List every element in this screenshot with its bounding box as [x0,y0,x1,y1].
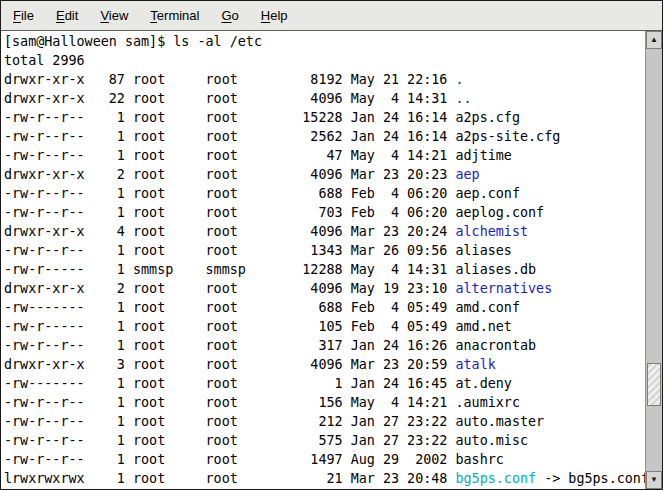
dir-name: alternatives [455,281,552,296]
down-arrow-icon: ▼ [650,476,658,484]
file-name: a2ps.cfg [455,110,520,125]
file-name: at.deny [455,376,511,391]
terminal-line: -rw------- 1 root root 1 Jan 24 16:45 at… [4,374,645,393]
file-attributes: -rw-r--r-- 1 root root 47 May 4 14:21 [4,148,455,163]
dir-name: .. [455,91,471,106]
file-attributes: -rw-r--r-- 1 root root 688 Feb 4 06:20 [4,186,455,201]
up-arrow-icon: ▲ [650,36,658,44]
file-attributes: -rw-r--r-- 1 root root 575 Jan 27 23:22 [4,433,455,448]
terminal-line: -rw-r--r-- 1 root root 1343 Mar 26 09:56… [4,241,645,260]
terminal-line: drwxr-xr-x 2 root root 4096 May 19 23:10… [4,279,645,298]
terminal-line: -rw-r--r-- 1 root root 47 May 4 14:21 ad… [4,146,645,165]
scroll-down-button[interactable]: ▼ [646,471,662,489]
file-attributes: -rw-r--r-- 1 root root 703 Feb 4 06:20 [4,205,455,220]
terminal-line: -rw------- 1 root root 688 Feb 4 05:49 a… [4,298,645,317]
terminal-line: lrwxrwxrwx 1 root root 21 Mar 23 20:48 b… [4,469,645,488]
file-attributes: -rw-r--r-- 1 root root 212 Jan 27 23:22 [4,414,455,429]
terminal-line: drwxr-xr-x 2 root root 4096 Mar 23 20:23… [4,165,645,184]
file-name: amd.net [455,319,511,334]
dir-name: . [455,72,463,87]
terminal-line: -rw-r--r-- 1 root root 2562 Jan 24 16:14… [4,127,645,146]
file-attributes: -rw-r--r-- 1 root root 2562 Jan 24 16:14 [4,129,455,144]
file-attributes: drwxr-xr-x 87 root root 8192 May 21 22:1… [4,72,455,87]
file-attributes: -rw-r----- 1 smmsp smmsp 12288 May 4 14:… [4,262,455,277]
terminal-screen[interactable]: [sam@Halloween sam]$ ls -al /etctotal 29… [1,31,645,489]
file-attributes: -rw-r----- 1 root root 105 Feb 4 05:49 [4,319,455,334]
menu-file[interactable]: File [2,2,45,30]
terminal-line: -rw-r--r-- 1 root root 212 Jan 27 23:22 … [4,412,645,431]
file-name: bashrc [455,452,503,467]
file-name: anacrontab [455,338,536,353]
file-attributes: -rw-r--r-- 1 root root 1497 Aug 29 2002 [4,452,455,467]
file-name: auto.misc [455,433,528,448]
file-name: .aumixrc [455,395,520,410]
menu-go[interactable]: Go [210,2,249,30]
terminal-line: -rw-r--r-- 1 root root 317 Jan 24 16:26 … [4,336,645,355]
file-attributes: drwxr-xr-x 2 root root 4096 May 19 23:10 [4,281,455,296]
file-attributes: drwxr-xr-x 22 root root 4096 May 4 14:31 [4,91,455,106]
scrollbar[interactable]: ▲ ▼ [645,31,662,489]
menu-edit[interactable]: Edit [45,2,89,30]
file-attributes: -rw------- 1 root root 1 Jan 24 16:45 [4,376,455,391]
terminal-line: -rw-r--r-- 1 root root 575 Jan 27 23:22 … [4,431,645,450]
file-attributes: drwxr-xr-x 2 root root 4096 Mar 23 20:23 [4,167,455,182]
terminal-line: [sam@Halloween sam]$ ls -al /etc [4,32,645,51]
terminal-line: drwxr-xr-x 87 root root 8192 May 21 22:1… [4,70,645,89]
file-name: aliases.db [455,262,536,277]
menu-terminal[interactable]: Terminal [139,2,210,30]
file-attributes: lrwxrwxrwx 1 root root 21 Mar 23 20:48 [4,471,455,486]
terminal-line: -rw-r--r-- 1 root root 1497 Aug 29 2002 … [4,450,645,469]
dir-name: alchemist [455,224,528,239]
terminal-window: FileEditViewTerminalGoHelp [sam@Hallowee… [0,0,663,490]
file-attributes: drwxr-xr-x 3 root root 4096 Mar 23 20:59 [4,357,455,372]
file-name: a2ps-site.cfg [455,129,560,144]
terminal-main-area: [sam@Halloween sam]$ ls -al /etctotal 29… [1,31,662,489]
file-name: aliases [455,243,511,258]
terminal-line: -rw-r----- 1 root root 105 Feb 4 05:49 a… [4,317,645,336]
file-attributes: -rw-r--r-- 1 root root 1343 Mar 26 09:56 [4,243,455,258]
file-attributes: -rw-r--r-- 1 root root 15228 Jan 24 16:1… [4,110,455,125]
file-attributes: -rw-r--r-- 1 root root 317 Jan 24 16:26 [4,338,455,353]
symlink-target: -> bg5ps.conf [536,471,645,486]
scroll-up-button[interactable]: ▲ [646,31,662,49]
scrollbar-thumb[interactable] [647,363,661,406]
menu-bar: FileEditViewTerminalGoHelp [1,1,662,31]
terminal-line: -rw-r--r-- 1 root root 15228 Jan 24 16:1… [4,108,645,127]
menu-help[interactable]: Help [250,2,299,30]
file-attributes: -rw------- 1 root root 688 Feb 4 05:49 [4,300,455,315]
terminal-line: drwxr-xr-x 22 root root 4096 May 4 14:31… [4,89,645,108]
file-name: aeplog.conf [455,205,544,220]
terminal-line: -rw-r----- 1 smmsp smmsp 12288 May 4 14:… [4,260,645,279]
terminal-line: -rw-r--r-- 1 root root 156 May 4 14:21 .… [4,393,645,412]
file-attributes: -rw-r--r-- 1 root root 156 May 4 14:21 [4,395,455,410]
terminal-line: drwxr-xr-x 3 root root 4096 Mar 23 20:59… [4,355,645,374]
terminal-line: -rw-r--r-- 1 root root 703 Feb 4 06:20 a… [4,203,645,222]
file-attributes: drwxr-xr-x 4 root root 4096 Mar 23 20:24 [4,224,455,239]
terminal-line: total 2996 [4,51,645,70]
dir-name: atalk [455,357,495,372]
file-name: aep.conf [455,186,520,201]
symlink-name: bg5ps.conf [455,471,536,486]
file-name: auto.master [455,414,544,429]
terminal-line: drwxr-xr-x 4 root root 4096 Mar 23 20:24… [4,222,645,241]
menu-view[interactable]: View [89,2,139,30]
dir-name: aep [455,167,479,182]
file-name: amd.conf [455,300,520,315]
file-name: adjtime [455,148,511,163]
terminal-line: -rw-r--r-- 1 root root 688 Feb 4 06:20 a… [4,184,645,203]
